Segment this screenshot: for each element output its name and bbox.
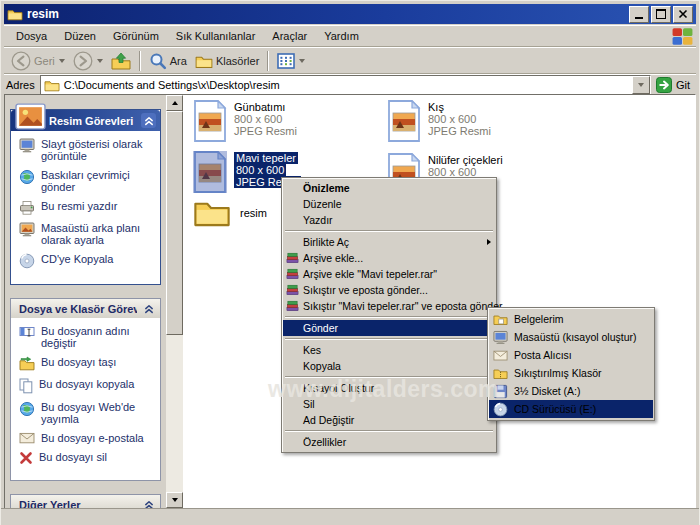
address-label: Adres: [6, 79, 35, 91]
task-copy-to-cd[interactable]: CD'ye Kopyala: [19, 253, 156, 269]
sendto-disket-a[interactable]: 3½ Disket (A:): [489, 382, 653, 400]
collapse-chevron-icon[interactable]: [141, 497, 156, 508]
menu-item-label: Arşive ekle...: [303, 252, 363, 264]
panel-file-folder-tasks-header[interactable]: Dosya ve Klasör Görevleri: [11, 299, 160, 318]
back-button[interactable]: Geri: [7, 49, 69, 73]
collapse-chevron-icon[interactable]: [141, 113, 156, 128]
menu-item-label: Sıkıştır ve eposta gönder...: [303, 284, 428, 296]
task-order-prints[interactable]: Baskıları çevrimiçi gönder: [19, 169, 156, 193]
menu-item-kes[interactable]: Kes: [283, 342, 495, 358]
menu-item-ad-degistir[interactable]: Ad Değiştir: [283, 412, 495, 428]
mail-recipient-icon: [493, 348, 508, 363]
menu-araclar[interactable]: Araçlar: [264, 27, 315, 45]
file-dimensions: 800 x 600: [428, 113, 491, 125]
sendto-belgelerim[interactable]: Belgelerim: [489, 310, 653, 328]
file-name: Mavi tepeler: [234, 152, 298, 164]
menu-item-label: Posta Alıcısı: [514, 349, 572, 361]
search-button[interactable]: Ara: [145, 50, 191, 72]
menu-item-label: Kopyala: [303, 360, 341, 372]
collapse-chevron-icon[interactable]: [141, 301, 156, 316]
task-label: Bu dosyayı e-postala: [41, 432, 144, 444]
my-documents-icon: [493, 312, 508, 327]
floppy-icon: [493, 384, 508, 399]
menu-item-sil[interactable]: Sil: [283, 396, 495, 412]
scrollbar-thumb[interactable]: [166, 111, 183, 335]
address-input[interactable]: C:\Documents and Settings\x\Desktop\resi…: [40, 75, 651, 95]
folder-tile-resim[interactable]: resim: [193, 197, 267, 228]
task-print-picture[interactable]: Bu resmi yazdır: [19, 200, 156, 215]
winrar-icon: [286, 299, 299, 312]
go-button[interactable]: Git: [656, 77, 694, 93]
task-set-wallpaper[interactable]: Masaüstü arka planı olarak ayarla: [19, 222, 156, 246]
task-pane-scrollbar[interactable]: [166, 95, 183, 508]
window-folder-icon: [7, 8, 23, 21]
menu-gorunum[interactable]: Görünüm: [105, 27, 167, 45]
menu-item-arsive-ekle[interactable]: Arşive ekle...: [283, 250, 495, 266]
file-dimensions: 800 x 600: [234, 164, 286, 176]
task-label: Bu dosyanın adını değiştir: [41, 325, 153, 349]
task-email-file[interactable]: Bu dosyayı e-postala: [19, 432, 156, 444]
task-label: Bu dosyayı kopyala: [39, 378, 134, 394]
menu-duzen[interactable]: Düzen: [56, 27, 104, 45]
folders-button[interactable]: Klasörler: [191, 52, 263, 71]
sendto-masaustu[interactable]: Masaüstü (kısayol oluştur): [489, 328, 653, 346]
sendto-cd-surucusu-e[interactable]: CD Sürücüsü (E:): [489, 400, 653, 418]
views-dropdown-icon: [299, 59, 305, 63]
file-tile-gunbatimi[interactable]: Günbatımı 800 x 600 JPEG Resmi: [193, 100, 297, 142]
address-path: C:\Documents and Settings\x\Desktop\resi…: [64, 79, 280, 91]
menu-item-label: Masaüstü (kısayol oluştur): [514, 331, 637, 343]
up-button[interactable]: [107, 50, 135, 72]
selection-tint: [193, 151, 227, 193]
address-dropdown-button[interactable]: [632, 76, 650, 94]
scroll-down-button[interactable]: [166, 492, 183, 508]
task-publish-web[interactable]: Bu dosyayı Web'de yayımla: [19, 401, 156, 425]
panel-file-folder-tasks: Dosya ve Klasör Görevleri Bu dosyanın ad…: [10, 298, 161, 481]
maximize-button[interactable]: [651, 6, 671, 23]
file-tile-kis[interactable]: Kış 800 x 600 JPEG Resmi: [387, 100, 491, 142]
desktop-strip: [1, 508, 699, 525]
sendto-sikistirilmis-klasor[interactable]: Sıkıştırılmış Klasör: [489, 364, 653, 382]
task-label: Baskıları çevrimiçi gönder: [41, 169, 153, 193]
menu-item-sikistir-rar-eposta[interactable]: Sıkıştır "Mavi tepeler.rar" ve eposta gö…: [283, 298, 495, 314]
panel-title: Dosya ve Klasör Görevleri: [19, 303, 137, 315]
menu-dosya[interactable]: Dosya: [8, 27, 55, 45]
sendto-posta-alicisi[interactable]: Posta Alıcısı: [489, 346, 653, 364]
panel-title: Diğer Yerler: [19, 499, 81, 509]
task-move-file[interactable]: Bu dosyayı taşı: [19, 356, 156, 371]
menu-item-kopyala[interactable]: Kopyala: [283, 358, 495, 374]
winrar-icon: [286, 283, 299, 296]
wallpaper-icon: [19, 222, 35, 237]
menu-item-birlikte-ac[interactable]: Birlikte Aç: [283, 234, 495, 250]
menu-bar: Dosya Düzen Görünüm Sık Kullanılanlar Ar…: [4, 25, 696, 46]
panel-other-places-header[interactable]: Diğer Yerler: [11, 495, 160, 508]
views-button[interactable]: [273, 51, 309, 71]
close-button[interactable]: [673, 6, 693, 23]
menu-yardim[interactable]: Yardım: [316, 27, 367, 45]
send-to-submenu: Belgelerim Masaüstü (kısayol oluştur) Po…: [487, 307, 655, 421]
menu-item-arsive-ekle-rar[interactable]: Arşive ekle "Mavi tepeler.rar": [283, 266, 495, 282]
scroll-up-button[interactable]: [166, 95, 183, 111]
menu-item-ozellikler[interactable]: Özellikler: [283, 434, 495, 450]
menu-item-kisayol-olustur[interactable]: Kısayol Oluştur: [283, 380, 495, 396]
menu-item-sikistir-eposta[interactable]: Sıkıştır ve eposta gönder...: [283, 282, 495, 298]
menu-sik-kullanilanlar[interactable]: Sık Kullanılanlar: [168, 27, 264, 45]
menu-item-label: Sil: [303, 398, 315, 410]
menu-item-duzenle[interactable]: Düzenle: [283, 196, 495, 212]
menu-item-gonder[interactable]: Gönder: [283, 320, 495, 336]
menu-item-label: Ad Değiştir: [303, 414, 354, 426]
menu-item-yazdir[interactable]: Yazdır: [283, 212, 495, 228]
folders-label: Klasörler: [216, 55, 259, 67]
title-bar[interactable]: resim: [4, 4, 696, 24]
task-delete-file[interactable]: Bu dosyayı sil: [19, 451, 156, 465]
forward-button[interactable]: [69, 49, 107, 73]
go-label: Git: [676, 79, 690, 91]
task-view-slideshow[interactable]: Slayt gösterisi olarak görüntüle: [19, 138, 156, 162]
task-copy-file[interactable]: Bu dosyayı kopyala: [19, 378, 156, 394]
menu-item-onizleme[interactable]: Önizleme: [283, 180, 495, 196]
printer-icon: [19, 200, 35, 215]
file-type: JPEG Resmi: [428, 125, 491, 137]
maximize-icon: [656, 9, 666, 19]
minimize-button[interactable]: [629, 6, 649, 23]
task-rename-file[interactable]: Bu dosyanın adını değiştir: [19, 325, 156, 349]
email-icon: [19, 432, 35, 444]
